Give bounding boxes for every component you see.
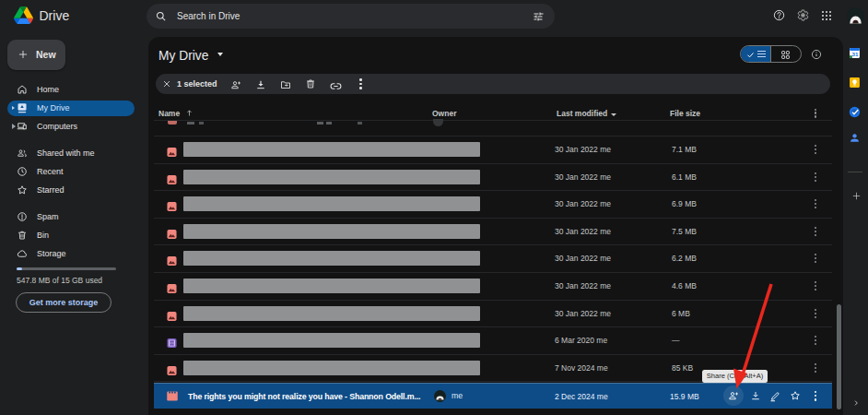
svg-text:31: 31	[852, 51, 859, 57]
